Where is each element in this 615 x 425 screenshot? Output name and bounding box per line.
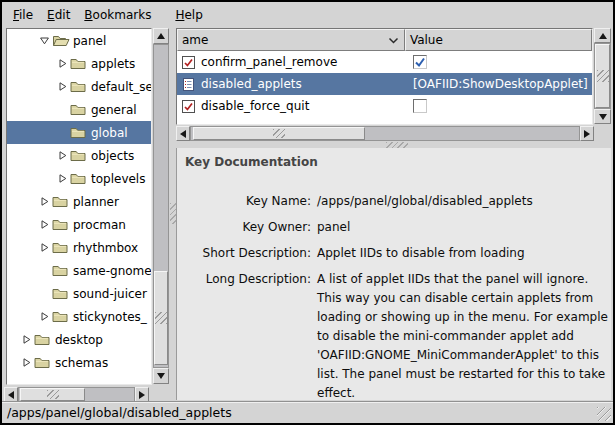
- scrollbar-thumb[interactable]: [20, 388, 85, 401]
- expander-closed-icon[interactable]: [37, 213, 52, 236]
- scroll-left-button[interactable]: [4, 387, 18, 402]
- list-horizontal-scrollbar: [176, 126, 594, 141]
- scrollbar-thumb[interactable]: [154, 271, 168, 365]
- list-row-disable-force-quit[interactable]: disable_force_quit: [177, 95, 592, 117]
- scrollbar-trough[interactable]: [153, 44, 169, 368]
- tree-item-objects[interactable]: objects: [7, 144, 151, 167]
- tree-vertical-scrollbar: [153, 28, 169, 384]
- scroll-down-button[interactable]: [594, 109, 611, 124]
- key-list: ame Value confirm_panel_remove disabled_…: [176, 28, 593, 125]
- resize-grip-icon[interactable]: [597, 407, 611, 421]
- scroll-left-button[interactable]: [176, 126, 190, 141]
- tree-item-same-gnome[interactable]: same-gnome: [7, 259, 151, 282]
- arrow-down-icon: [599, 114, 607, 120]
- folder-icon: [52, 190, 72, 213]
- tree-item-applets[interactable]: applets: [7, 52, 151, 75]
- scrollbar-trough[interactable]: [190, 126, 580, 141]
- bool-key-icon: [181, 99, 196, 114]
- tree-item-default-se[interactable]: default_se: [7, 75, 151, 98]
- scroll-up-button[interactable]: [594, 28, 611, 43]
- expander-open-icon[interactable]: [37, 29, 52, 52]
- value-checkbox-unchecked[interactable]: [413, 99, 427, 113]
- doc-label-key-name: Key Name:: [185, 192, 311, 211]
- doc-value-short-description: Applet IIDs to disable from loading: [317, 244, 611, 263]
- gconf-editor-window: File Edit Bookmarks Help panel applets d…: [0, 0, 615, 425]
- key-documentation-pane: Key Documentation Key Name: /apps/panel/…: [176, 148, 611, 400]
- arrow-left-icon: [180, 130, 186, 138]
- arrow-down-icon: [157, 373, 165, 379]
- menu-edit[interactable]: Edit: [40, 4, 77, 26]
- tree-item-desktop[interactable]: desktop: [7, 328, 151, 351]
- bool-key-icon: [181, 55, 196, 70]
- tree-item-sound-juicer[interactable]: sound-juicer: [7, 282, 151, 305]
- tree-item-schemas[interactable]: schemas: [7, 351, 151, 374]
- tree-item-rhythmbox[interactable]: rhythmbox: [7, 236, 151, 259]
- tree-item-global[interactable]: global: [7, 121, 151, 144]
- expander-closed-icon[interactable]: [19, 351, 34, 374]
- folder-icon: [52, 213, 72, 236]
- menubar: File Edit Bookmarks Help: [2, 2, 613, 28]
- expander-closed-icon[interactable]: [37, 236, 52, 259]
- folder-icon: [70, 144, 90, 167]
- expander-closed-icon[interactable]: [37, 190, 52, 213]
- doc-value-long-description: A list of applet IIDs that the panel wil…: [317, 270, 611, 400]
- folder-icon: [52, 236, 72, 259]
- tree-item-planner[interactable]: planner: [7, 190, 151, 213]
- statusbar-text: /apps/panel/global/disabled_applets: [7, 405, 232, 420]
- check-icon: [414, 56, 426, 68]
- list-row-disabled-applets[interactable]: disabled_applets [OAFIID:ShowDesktopAppl…: [177, 73, 592, 95]
- doc-title: Key Documentation: [185, 155, 603, 169]
- list-row-confirm-panel-remove[interactable]: confirm_panel_remove: [177, 51, 592, 73]
- scroll-down-button[interactable]: [153, 368, 169, 384]
- doc-label-long-description: Long Description:: [185, 270, 311, 400]
- folder-icon: [52, 259, 72, 282]
- arrow-up-icon: [599, 33, 607, 39]
- tree-horizontal-scrollbar: [4, 387, 149, 402]
- folder-icon: [70, 121, 90, 144]
- scrollbar-thumb[interactable]: [193, 127, 365, 140]
- column-header-name[interactable]: ame: [177, 29, 405, 51]
- list-header: ame Value: [177, 29, 592, 51]
- scroll-up-button[interactable]: [153, 28, 169, 44]
- scroll-right-button[interactable]: [580, 126, 594, 141]
- scroll-right-button[interactable]: [135, 387, 149, 402]
- tree-item-general[interactable]: general: [7, 98, 151, 121]
- expander-closed-icon[interactable]: [19, 328, 34, 351]
- doc-label-key-owner: Key Owner:: [185, 218, 311, 237]
- arrow-left-icon: [8, 391, 14, 399]
- statusbar: /apps/panel/global/disabled_applets: [2, 401, 613, 423]
- tree-item-stickynotes[interactable]: stickynotes_: [7, 305, 151, 328]
- arrow-up-icon: [157, 33, 165, 39]
- folder-icon: [70, 167, 90, 190]
- arrow-right-icon: [584, 130, 590, 138]
- thumb-grip-icon: [155, 312, 167, 324]
- folder-icon: [34, 351, 54, 374]
- thumb-grip-icon: [597, 70, 609, 82]
- expander-closed-icon[interactable]: [55, 144, 70, 167]
- value-checkbox-checked[interactable]: [413, 55, 427, 69]
- list-vertical-scrollbar: [594, 28, 611, 124]
- chevron-down-icon: [387, 35, 400, 46]
- tree-item-toplevels[interactable]: toplevels: [7, 167, 151, 190]
- scrollbar-trough[interactable]: [18, 387, 135, 402]
- tree-item-panel[interactable]: panel: [7, 29, 151, 52]
- list-key-icon: [181, 77, 196, 92]
- scrollbar-trough[interactable]: [594, 43, 611, 109]
- scrollbar-thumb[interactable]: [595, 44, 610, 108]
- folder-icon: [70, 75, 90, 98]
- expander-closed-icon[interactable]: [55, 52, 70, 75]
- thumb-grip-icon: [273, 129, 285, 138]
- folder-icon: [52, 305, 72, 328]
- tree-item-procman[interactable]: procman: [7, 213, 151, 236]
- folder-icon: [52, 282, 72, 305]
- expander-closed-icon[interactable]: [55, 75, 70, 98]
- expander-closed-icon[interactable]: [37, 305, 52, 328]
- folder-icon: [70, 52, 90, 75]
- menu-bookmarks[interactable]: Bookmarks: [77, 4, 158, 26]
- menu-file[interactable]: File: [6, 4, 40, 26]
- expander-closed-icon[interactable]: [55, 167, 70, 190]
- doc-label-short-description: Short Description:: [185, 244, 311, 263]
- doc-value-key-owner: panel: [317, 218, 611, 237]
- column-header-value[interactable]: Value: [405, 29, 592, 51]
- menu-help[interactable]: Help: [168, 4, 209, 26]
